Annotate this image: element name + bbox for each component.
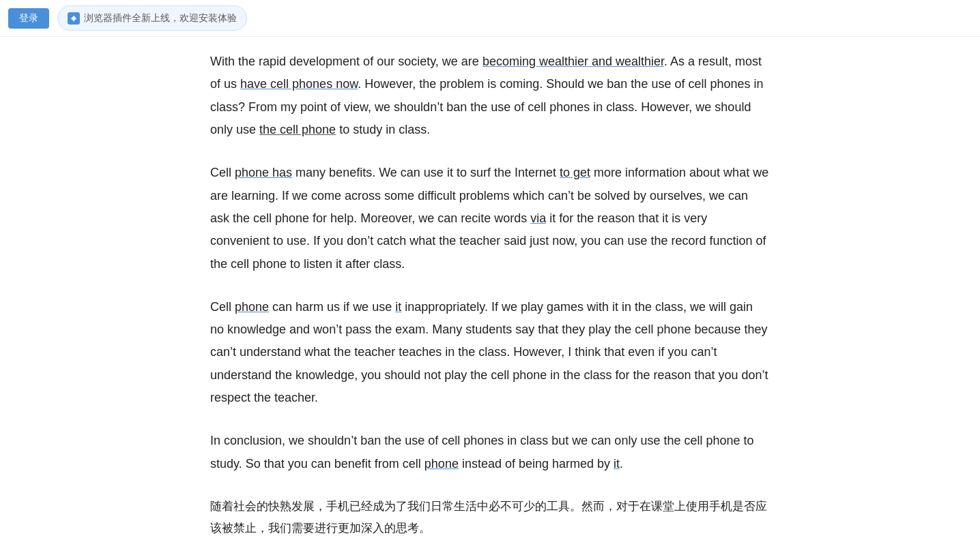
paragraph-p1: With the rapid development of our societ…: [210, 50, 770, 141]
paragraph-p2: Cell phone has many benefits. We can use…: [210, 162, 770, 275]
plugin-banner[interactable]: ◈ 浏览器插件全新上线，欢迎安装体验: [57, 5, 247, 31]
highlighted-text: to get: [560, 166, 590, 179]
paragraph-p4: In conclusion, we shouldn’t ban the use …: [210, 430, 770, 475]
paragraph-p5: 随着社会的快熟发展，手机已经成为了我们日常生活中必不可少的工具。然而，对于在课堂…: [210, 496, 770, 540]
highlighted-text: becoming wealthier and wealthier: [482, 55, 664, 68]
highlighted-text: phone has: [235, 166, 292, 179]
plugin-icon: ◈: [68, 12, 80, 25]
highlighted-text: phone: [424, 457, 459, 471]
login-button[interactable]: 登录: [8, 8, 49, 29]
content-area: With the rapid development of our societ…: [183, 37, 797, 551]
highlighted-text: it: [614, 457, 620, 471]
highlighted-text: the cell phone: [259, 123, 336, 136]
highlighted-text: phone: [235, 300, 269, 314]
plugin-banner-text: 浏览器插件全新上线，欢迎安装体验: [84, 10, 237, 27]
highlighted-text: have cell phones now: [240, 77, 358, 91]
top-bar: 登录 ◈ 浏览器插件全新上线，欢迎安装体验: [0, 0, 980, 37]
highlighted-text: via: [530, 211, 546, 225]
paragraph-p3: Cell phone can harm us if we use it inap…: [210, 296, 770, 409]
highlighted-text: it: [395, 300, 401, 314]
